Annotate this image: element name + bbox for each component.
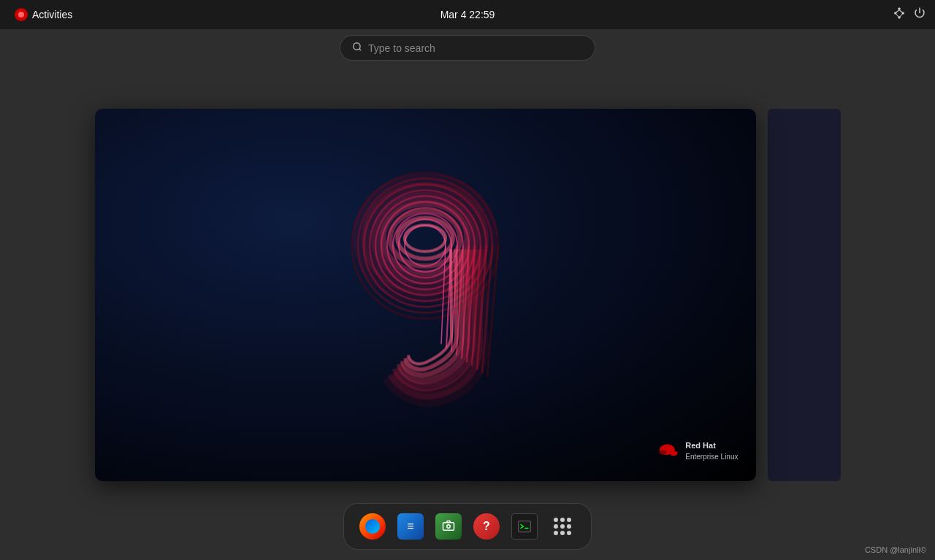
- redhat-icon: [656, 440, 679, 464]
- main-window-thumbnail[interactable]: Red Hat Enterprise Linux: [95, 109, 756, 481]
- svg-point-22: [447, 525, 451, 529]
- dock-item-help[interactable]: ?: [470, 510, 503, 543]
- svg-line-5: [899, 10, 903, 14]
- app-grid-icon: [549, 513, 576, 540]
- firefox-icon: [359, 513, 386, 540]
- svg-point-20: [660, 450, 667, 454]
- help-icon: ?: [473, 513, 500, 540]
- dock-item-app-grid[interactable]: [546, 510, 579, 543]
- svg-line-7: [899, 13, 903, 18]
- system-tray: [893, 7, 926, 23]
- svg-point-8: [354, 43, 360, 50]
- redhat-logo-icon: [15, 8, 28, 21]
- search-icon: [352, 42, 362, 54]
- wallpaper: Red Hat Enterprise Linux: [95, 109, 756, 481]
- svg-line-9: [359, 49, 362, 51]
- dock-item-screenshot[interactable]: [432, 510, 465, 543]
- terminal-icon: [511, 513, 538, 540]
- dock: ?: [343, 503, 592, 550]
- svg-line-6: [896, 13, 899, 18]
- svg-rect-0: [898, 8, 901, 10]
- gedit-icon: [397, 513, 424, 540]
- activities-label: Activities: [32, 9, 72, 20]
- activities-button[interactable]: Activities: [9, 5, 78, 24]
- svg-rect-23: [519, 521, 531, 532]
- rhel-logo: Red Hat Enterprise Linux: [656, 440, 738, 464]
- network-icon[interactable]: [893, 7, 906, 23]
- rhel9-graphic: [316, 150, 535, 428]
- search-area: [340, 35, 595, 61]
- top-bar: Activities Mar 4 22:59: [0, 0, 935, 29]
- workspace-area: Red Hat Enterprise Linux: [0, 29, 935, 560]
- rhel-logo-text: Red Hat Enterprise Linux: [685, 440, 738, 461]
- search-input[interactable]: [368, 42, 583, 54]
- clock-display: Mar 4 22:59: [440, 9, 495, 20]
- screenshot-icon: [435, 513, 462, 540]
- dock-item-gedit[interactable]: [394, 510, 427, 543]
- dock-item-firefox[interactable]: [356, 510, 389, 543]
- power-icon[interactable]: [913, 7, 926, 23]
- svg-line-4: [896, 10, 899, 14]
- side-window-thumbnail[interactable]: [768, 109, 841, 481]
- search-bar: [340, 35, 595, 61]
- watermark: CSDN @lanjinli©: [865, 545, 926, 554]
- dock-item-terminal[interactable]: [508, 510, 541, 543]
- svg-rect-21: [443, 523, 454, 531]
